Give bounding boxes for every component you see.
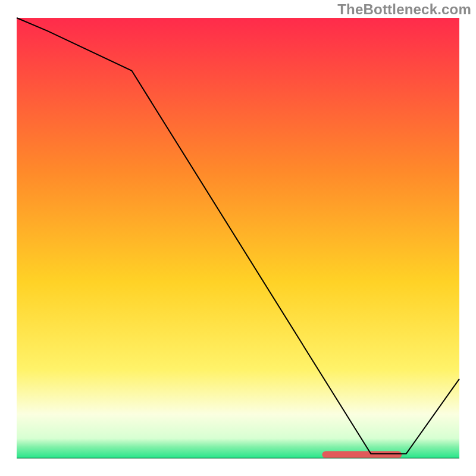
chart-container: TheBottleneck.com xyxy=(0,0,476,476)
plot-background xyxy=(17,18,459,458)
watermark-label: TheBottleneck.com xyxy=(337,1,471,18)
bottleneck-chart xyxy=(0,0,476,476)
optimal-range-marker xyxy=(322,451,402,458)
